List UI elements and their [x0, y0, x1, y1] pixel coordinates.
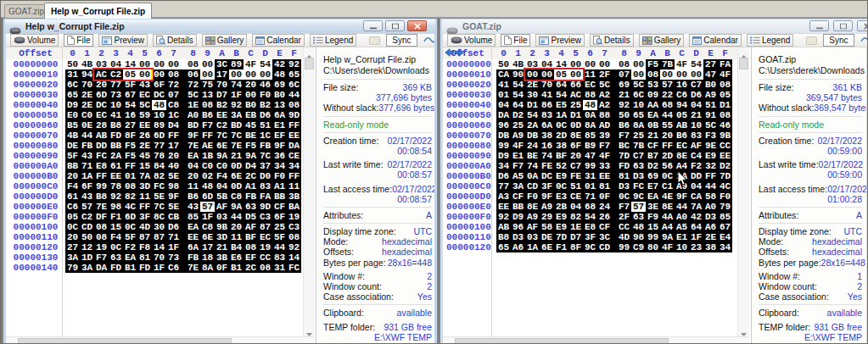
hex-byte[interactable]: FD [137, 263, 152, 273]
hex-byte[interactable]: 3F [137, 212, 152, 222]
hex-byte[interactable]: B0 [272, 90, 287, 100]
hex-byte[interactable]: 9F [540, 191, 554, 202]
titlebar-left[interactable]: Help w_Corrupt File.zip [5, 19, 435, 33]
hex-byte[interactable]: 87 [137, 232, 152, 242]
hex-byte[interactable]: 00 [200, 69, 215, 80]
hex-byte[interactable]: B6 [617, 120, 631, 130]
hex-byte[interactable]: A1 [272, 181, 287, 191]
hex-byte[interactable]: 88 [583, 90, 597, 100]
hex-byte[interactable]: 50 [496, 59, 511, 69]
hex-byte[interactable]: BE [244, 130, 258, 141]
hex-byte[interactable]: 80 [646, 242, 660, 252]
hex-byte[interactable]: FF [166, 130, 186, 141]
close-button[interactable] [407, 20, 427, 31]
hex-byte[interactable]: E9 [554, 222, 568, 232]
hex-byte[interactable]: 08 [287, 232, 301, 242]
hex-byte[interactable]: 1C [258, 130, 272, 141]
hex-byte[interactable]: DA [287, 141, 301, 151]
hex-byte[interactable]: 92 [496, 212, 511, 222]
hex-byte[interactable]: 52 [554, 161, 568, 171]
hex-byte[interactable]: 2C [244, 171, 258, 181]
hex-byte[interactable]: 0F [215, 263, 229, 273]
hex-byte[interactable]: 00 [631, 69, 646, 80]
hex-byte[interactable]: 20 [65, 171, 80, 181]
hex-byte[interactable]: 21 [215, 242, 229, 252]
hex-byte[interactable]: F4 [109, 232, 123, 242]
hex-byte[interactable]: 98 [166, 181, 186, 191]
hex-byte[interactable]: 65 [287, 69, 301, 80]
hex-byte[interactable]: 10 [152, 110, 166, 120]
hex-byte[interactable]: 51 [703, 100, 718, 110]
hex-byte[interactable]: 99 [617, 242, 631, 252]
hex-byte[interactable]: EE [287, 130, 301, 141]
hex-byte[interactable]: D1 [525, 100, 540, 110]
sync-wave-button[interactable] [859, 34, 868, 47]
hex-byte[interactable]: 9C [631, 191, 646, 202]
hex-byte[interactable]: 6A [186, 242, 200, 252]
hex-byte[interactable]: FC [152, 181, 166, 191]
hex-byte[interactable]: 69 [617, 80, 631, 90]
hex-byte[interactable]: 3C [597, 232, 617, 242]
hex-byte[interactable]: 42 [689, 212, 703, 222]
hex-byte[interactable]: 1A [525, 242, 540, 252]
hex-byte[interactable]: 00 [631, 59, 646, 69]
hex-byte[interactable]: 8E [568, 130, 583, 141]
hex-byte[interactable]: 47 [703, 69, 718, 80]
hex-byte[interactable]: 8E [525, 202, 540, 212]
hex-byte[interactable]: 22 [660, 90, 675, 100]
hex-byte[interactable]: DF [94, 212, 109, 222]
hex-byte[interactable]: CF [272, 202, 287, 212]
hex-byte[interactable]: 1E [186, 100, 200, 110]
hex-byte[interactable]: 20 [186, 171, 200, 181]
details-mode-button[interactable]: Details [590, 34, 634, 47]
hex-byte[interactable]: C6 [65, 202, 80, 212]
hex-byte[interactable]: 43 [80, 151, 94, 161]
hex-byte[interactable]: B6 [186, 191, 200, 202]
legend-mode-button[interactable]: Legend [747, 34, 793, 47]
hex-byte[interactable]: FF [703, 171, 718, 181]
hex-byte[interactable]: CC [617, 222, 631, 232]
hex-byte[interactable]: C2 [80, 212, 94, 222]
hex-byte[interactable]: 72 [166, 80, 186, 90]
hex-byte[interactable]: 1F [200, 212, 215, 222]
calendar-mode-button[interactable]: Calendar [689, 34, 742, 47]
hex-byte[interactable]: 28 [94, 120, 109, 130]
hex-byte[interactable]: 83 [258, 181, 272, 191]
hex-byte[interactable]: 2E [703, 232, 718, 242]
hex-byte[interactable]: E8 [583, 222, 597, 232]
hex-byte[interactable]: CB [166, 212, 186, 222]
hex-byte[interactable]: DB [496, 130, 511, 141]
hex-byte[interactable]: 00 [152, 59, 166, 69]
hex-byte[interactable]: 6E [200, 232, 215, 242]
hex-byte[interactable]: 6C [631, 90, 646, 100]
hex-byte[interactable]: F1 [109, 212, 123, 222]
tab-goat-zip[interactable]: GOAT.zip [4, 4, 48, 18]
hex-byte[interactable]: 69 [646, 171, 660, 181]
hex-byte[interactable]: 5B [215, 191, 229, 202]
hex-byte[interactable]: 40 [166, 161, 186, 171]
hex-byte[interactable]: FF [660, 141, 675, 151]
hex-byte[interactable]: CD [597, 242, 617, 252]
hex-byte[interactable]: 08 [123, 181, 137, 191]
hex-byte[interactable]: 34 [496, 161, 511, 171]
hex-byte[interactable]: E1 [675, 232, 689, 242]
hex-byte[interactable]: EA [646, 110, 660, 120]
hex-byte[interactable]: 1B [200, 151, 215, 161]
hex-byte[interactable]: F5 [123, 141, 137, 151]
hex-byte[interactable]: 5F [123, 232, 137, 242]
hex-byte[interactable]: B9 [583, 141, 597, 151]
hex-byte[interactable]: 69 [272, 80, 287, 90]
hex-byte[interactable]: 16 [675, 80, 689, 90]
hex-byte[interactable]: 9D [287, 110, 301, 120]
hex-byte[interactable]: 64 [511, 100, 525, 110]
hex-byte[interactable]: C1 [660, 181, 675, 191]
hex-rows[interactable]: 00000000504B0304140000000800F57B4F5427FA… [443, 59, 737, 336]
hex-byte[interactable]: 08 [94, 222, 109, 232]
hex-byte[interactable]: 15 [137, 161, 152, 171]
hex-byte[interactable]: 07 [166, 90, 186, 100]
hex-byte[interactable]: 27 [703, 59, 718, 69]
hex-byte[interactable]: D2 [646, 161, 660, 171]
hex-byte[interactable]: 7D [718, 171, 732, 181]
hex-byte[interactable]: 6E [229, 171, 244, 181]
hex-byte[interactable]: 58 [540, 222, 554, 232]
